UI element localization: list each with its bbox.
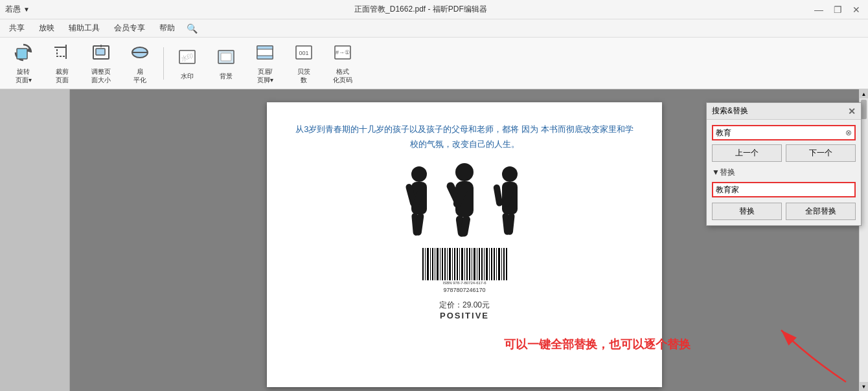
figures-area [293, 162, 636, 240]
replace-all-button[interactable]: 全部替换 [786, 203, 856, 220]
search-clear-button[interactable]: ⊗ [843, 128, 854, 137]
svg-rect-44 [435, 248, 435, 280]
navigation-row: 上一个 下一个 [712, 144, 856, 162]
svg-rect-59 [472, 248, 472, 280]
format-icon: #→① [332, 42, 353, 66]
svg-text:001: 001 [299, 50, 308, 56]
menu-help[interactable]: 帮助 [153, 20, 181, 36]
minimize-button[interactable]: — [812, 5, 826, 15]
resize-label: 调整页面大小 [91, 67, 111, 84]
format-button[interactable]: #→① 格式化页码 [325, 41, 361, 85]
svg-point-21 [411, 166, 427, 182]
svg-text:#→①: #→① [336, 49, 350, 56]
replace-input-wrapper [712, 182, 856, 197]
next-button[interactable]: 下一个 [786, 144, 856, 162]
menu-slideshow[interactable]: 放映 [32, 20, 61, 36]
positive-text: POSITIVE [293, 311, 636, 320]
title-bar: 若愚 ▼ 正面管教_D1662.pdf - 福昕PDF编辑器 — ❐ ✕ [0, 0, 868, 19]
background-icon [216, 47, 236, 71]
svg-rect-47 [442, 248, 443, 280]
svg-rect-42 [430, 248, 431, 280]
search-input-wrapper: ⊗ [712, 125, 856, 140]
close-button[interactable]: ✕ [850, 5, 863, 15]
svg-rect-35 [493, 184, 503, 207]
user-dropdown-icon[interactable]: ▼ [23, 6, 30, 13]
background-button[interactable]: 背景 [208, 41, 244, 85]
dialog-close-button[interactable]: ✕ [848, 106, 856, 117]
svg-rect-66 [489, 248, 490, 280]
page-text: 从3岁到青春期的十几岁的孩子以及孩子的父母和老师，都将 因为 本书而彻底改变家里… [293, 122, 636, 152]
search-icon[interactable]: 🔍 [183, 21, 201, 36]
svg-rect-13 [221, 53, 231, 61]
svg-rect-67 [491, 248, 492, 280]
background-label: 背景 [220, 72, 233, 80]
left-panel [0, 89, 70, 391]
bates-icon: 001 [293, 42, 314, 66]
watermark-button[interactable]: 水印 水印 [169, 41, 205, 85]
user-area: 若愚 ▼ [5, 4, 30, 15]
svg-rect-63 [481, 248, 483, 280]
svg-rect-50 [449, 248, 451, 280]
crop-label: 裁剪页面 [56, 67, 69, 84]
svg-rect-57 [466, 248, 468, 280]
svg-rect-68 [494, 248, 495, 280]
crop-button[interactable]: 裁剪页面 [44, 41, 80, 85]
barcode-area: ISBN 978-7-80724-617-6 9787807246170 [293, 247, 636, 293]
toolbar-sep-1 [163, 47, 164, 80]
resize-button[interactable]: 调整页面大小 [83, 41, 119, 85]
svg-rect-43 [432, 248, 433, 280]
svg-rect-52 [454, 248, 455, 280]
svg-text:ISBN 978-7-80724-617-6: ISBN 978-7-80724-617-6 [442, 281, 486, 285]
rotate-label: 旋转页面▾ [16, 67, 32, 84]
username: 若愚 [5, 4, 21, 15]
app-title: 正面管教_D1662.pdf - 福昕PDF编辑器 [30, 4, 812, 15]
svg-rect-2 [57, 47, 66, 56]
rotate-button[interactable]: 旋转页面▾ [5, 41, 41, 85]
menu-share[interactable]: 共享 [3, 20, 31, 36]
prev-button[interactable]: 上一个 [712, 144, 782, 162]
headerfooter-icon [255, 42, 275, 66]
svg-rect-1 [17, 49, 27, 59]
arrow-icon [755, 317, 859, 391]
svg-rect-58 [469, 248, 470, 280]
search-replace-dialog: 搜索&替换 ✕ ⊗ 上一个 下一个 ▼替换 [706, 102, 862, 226]
svg-rect-48 [444, 248, 446, 280]
svg-rect-72 [503, 248, 505, 280]
scroll-down-button[interactable]: ▼ [860, 382, 868, 391]
svg-rect-60 [474, 248, 475, 280]
svg-rect-70 [498, 248, 500, 280]
maximize-button[interactable]: ❐ [831, 5, 845, 15]
svg-rect-69 [496, 248, 497, 280]
resize-icon [91, 42, 111, 66]
replace-input[interactable] [713, 183, 854, 196]
barcode-image: ISBN 978-7-80724-617-6 [419, 247, 510, 285]
replace-toggle[interactable]: ▼替换 [712, 167, 856, 178]
menu-bar: 共享 放映 辅助工具 会员专享 帮助 🔍 [0, 19, 868, 38]
dialog-title-bar: 搜索&替换 ✕ [707, 103, 861, 120]
menu-tools[interactable]: 辅助工具 [62, 20, 106, 36]
replace-button[interactable]: 替换 [712, 203, 782, 220]
svg-rect-55 [461, 248, 463, 280]
headerfooter-button[interactable]: 页眉/页脚▾ [247, 41, 283, 85]
flatten-icon [130, 42, 150, 66]
menu-vip[interactable]: 会员专享 [108, 20, 152, 36]
dialog-title: 搜索&替换 [712, 106, 748, 117]
scroll-up-button[interactable]: ▲ [860, 89, 868, 98]
toolbar: 旋转页面▾ 裁剪页面 调整页面大小 扇平化 水印 水印 背景 页眉/页脚 [0, 38, 868, 89]
svg-point-33 [502, 166, 518, 182]
svg-rect-73 [506, 248, 507, 280]
svg-rect-62 [479, 248, 480, 280]
watermark-icon: 水印 [177, 47, 198, 71]
action-row: 替换 全部替换 [712, 203, 856, 220]
flatten-button[interactable]: 扇平化 [122, 41, 158, 85]
dialog-body: ⊗ 上一个 下一个 ▼替换 替换 全部替换 [707, 120, 861, 225]
headerfooter-label: 页眉/页脚▾ [257, 67, 273, 84]
svg-rect-46 [440, 248, 440, 280]
scroll-thumb[interactable] [861, 100, 867, 119]
bates-button[interactable]: 001 贝茨数 [286, 41, 322, 85]
svg-rect-41 [427, 248, 429, 280]
search-input[interactable] [713, 126, 843, 139]
svg-rect-51 [452, 248, 453, 280]
rotate-icon [13, 42, 34, 66]
price-text: 定价：29.00元 [293, 300, 636, 311]
